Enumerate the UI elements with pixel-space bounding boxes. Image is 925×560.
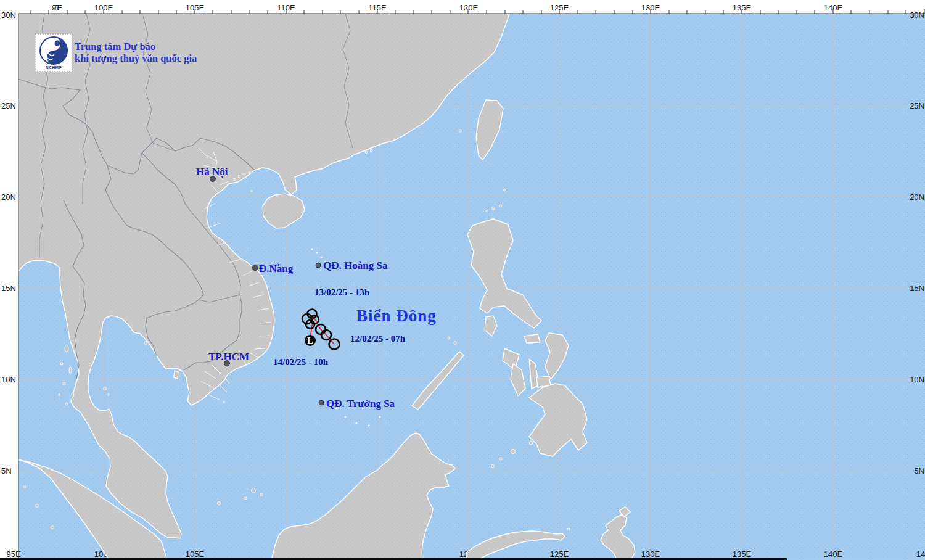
- top-axis-labels: 95E 100E 105E 110E 115E 120E 125E 130E 1…: [52, 3, 843, 12]
- right-axis-label: 5N: [914, 466, 924, 476]
- left-axis-label: 10N: [1, 375, 16, 384]
- bottom-axis-label: 14: [916, 550, 925, 559]
- right-axis-label: 15N: [910, 284, 924, 293]
- phu-quoc-island: [174, 371, 178, 379]
- logo-text: NCHMF: [46, 65, 62, 70]
- bottom-axis-label: 135E: [733, 550, 752, 559]
- top-axis-label: 140E: [824, 3, 843, 12]
- top-axis-label: 115E: [368, 3, 387, 12]
- bottom-axis-label: 125E: [550, 550, 569, 559]
- right-axis-label: 25N: [910, 101, 924, 110]
- city-label-hanoi: Hà Nội: [196, 166, 228, 178]
- storm-time-label-13: 13/02/25 - 13h: [314, 287, 370, 297]
- masbate-island: [524, 334, 540, 343]
- danang-dot: [253, 265, 258, 271]
- top-axis-label: 125E: [550, 3, 569, 12]
- top-axis-label: 95E: [52, 3, 62, 12]
- left-axis-labels: 30N 25N 20N 15N 10N 5N: [1, 10, 16, 476]
- storm-time-label-14: 14/02/25 - 10h: [273, 357, 329, 367]
- left-axis-label: 20N: [1, 192, 16, 202]
- sea-name-label: Biển Đông: [356, 307, 437, 325]
- city-label-danang: Đ.Nẵng: [259, 263, 294, 274]
- right-axis-label: 30N: [910, 10, 924, 20]
- top-axis-label: 100E: [94, 3, 113, 12]
- low-pressure-symbol: L: [307, 336, 313, 345]
- logo-cloud-icon: [55, 41, 60, 46]
- storm-time-label-12: 12/02/25 - 07h: [350, 334, 406, 344]
- right-axis-label: 20N: [910, 192, 924, 202]
- top-axis-label: 120E: [459, 3, 479, 12]
- top-axis-label: 135E: [733, 3, 752, 12]
- right-axis-label: 10N: [910, 375, 924, 384]
- bottom-axis-label: 130E: [641, 550, 660, 559]
- left-axis-label: 15N: [1, 284, 16, 293]
- left-axis-label: 25N: [1, 101, 16, 110]
- bottom-axis-label: 105E: [186, 550, 205, 559]
- top-axis-label: 105E: [186, 3, 205, 12]
- truongsa-dot: [319, 400, 324, 405]
- left-axis-label: 30N: [1, 10, 16, 20]
- hoangsa-dot: [316, 263, 321, 268]
- top-axis-label: 110E: [277, 3, 295, 12]
- top-axis-label: 130E: [641, 3, 660, 12]
- bottom-axis-label: 140E: [824, 550, 843, 559]
- label-hoang-sa: QĐ. Hoàng Sa: [323, 260, 388, 271]
- nchmf-storm-track-map: 95E 100E 105E 110E 115E 120E 125E 130E 1…: [0, 0, 925, 560]
- org-name-line2: khí tượng thuỷ văn quốc gia: [75, 52, 197, 64]
- city-label-tphcm: TP.HCM: [208, 351, 249, 363]
- org-name-line1: Trung tâm Dự báo: [75, 41, 155, 52]
- label-truong-sa: QĐ. Trường Sa: [326, 398, 395, 410]
- left-axis-label: 5N: [1, 466, 12, 476]
- map-canvas: 95E 100E 105E 110E 115E 120E 125E 130E 1…: [0, 0, 925, 560]
